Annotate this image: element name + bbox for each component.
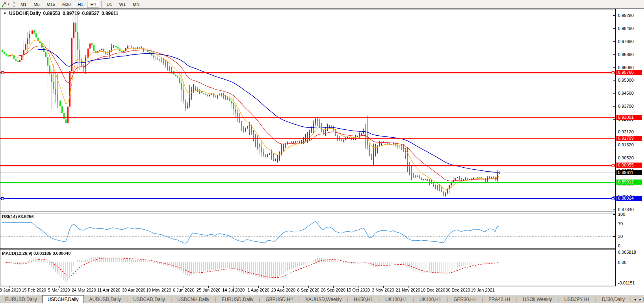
tab-audusd-daily[interactable]: AUDUSD,Daily — [84, 295, 126, 303]
price-tick-label: 0.92120 — [618, 129, 634, 135]
price-chart-canvas[interactable] — [0, 9, 616, 288]
timeframe-button-m15[interactable]: M15 — [44, 1, 58, 8]
current-price-label: 0.89611 — [616, 170, 642, 175]
rsi-label: RSI(14) 63.5256 — [2, 214, 34, 219]
price-tick-label: 0.94500 — [618, 91, 634, 96]
hline-price-label: 0.88024 — [616, 196, 642, 201]
macd-tick-label: 0.00 — [618, 260, 626, 265]
price-tick-label: 0.96880 — [618, 52, 634, 57]
tab-uk100-h1[interactable]: UK100,H1 — [380, 295, 412, 303]
price-tick-label: 0.91320 — [618, 142, 634, 148]
ohlc-open: 0.89553 — [43, 11, 60, 16]
rsi-tick-label: 70 — [618, 221, 623, 226]
chart-tabs-bar: EURUSD,DailyUSDCHF,DailyAUDUSD,Daily|USD… — [0, 295, 644, 303]
rsi-tick-label: 30 — [618, 234, 623, 239]
hline-price-label: 0.90055 — [616, 163, 642, 168]
chart-tabs: EURUSD,DailyUSDCHF,DailyAUDUSD,Daily|USD… — [0, 295, 644, 303]
cursor-crosshair-icon — [2, 2, 7, 7]
top-toolbar: ▾ M1M5M15M30H1H4D1W1MN — [0, 0, 644, 9]
tab-eurusd-daily[interactable]: EURUSD,Daily — [0, 295, 42, 303]
tab-hk50-h1[interactable]: HK50,H1 — [349, 295, 378, 303]
tab-usdchf-daily[interactable]: USDCHF,Daily — [42, 295, 84, 303]
cursor-tool-button[interactable]: ▾ — [0, 1, 11, 7]
timeframe-button-m1[interactable]: M1 — [17, 1, 30, 8]
tab-ger30-h1[interactable]: GER30,H1 — [448, 295, 481, 303]
chart-symbol-label: USDCHF,Daily — [9, 11, 41, 16]
tab-dj30-daily[interactable]: DJ30,Daily — [597, 295, 630, 303]
toolbar-separator — [101, 1, 102, 7]
hline-price-label: 0.91709 — [616, 136, 642, 141]
tab-scroll-right-icon[interactable]: ▸ — [639, 297, 641, 301]
price-tick-label: 0.90520 — [618, 155, 634, 161]
timeframe-button-m30[interactable]: M30 — [59, 1, 74, 8]
timeframe-button-w1[interactable]: W1 — [116, 1, 129, 8]
chart-title: ▼ USDCHF,Daily 0.89553 0.89719 0.89527 0… — [3, 11, 119, 16]
toolbar-grip[interactable] — [13, 1, 15, 7]
dropdown-arrow-icon: ▾ — [8, 2, 9, 6]
symbol-dropdown-icon[interactable]: ▼ — [3, 11, 7, 15]
macd-tick-label: -0.01151 — [618, 281, 635, 286]
timeframe-button-h4[interactable]: H4 — [87, 1, 99, 8]
macd-label: MACD(12,26,9) 0.001185 0.000040 — [2, 251, 71, 256]
macd-tick-label: 0.005818 — [618, 250, 636, 255]
timeframe-button-d1[interactable]: D1 — [104, 1, 115, 8]
tab-gbpusd-h4[interactable]: GBPUSD,H4 — [260, 295, 298, 303]
tab-usdcnh-daily[interactable]: USDCNH,Daily — [172, 295, 214, 303]
chart-window: ▼ USDCHF,Daily 0.89553 0.89719 0.89527 0… — [0, 9, 644, 303]
hline-price-label: 0.89012 — [616, 180, 642, 185]
price-tick-label: 0.93700 — [618, 104, 634, 109]
tab-usoil-weekly[interactable]: USOil,Weekly — [518, 295, 557, 303]
price-tick-label: 0.97680 — [618, 39, 634, 44]
rsi-tick-label: 0 — [618, 243, 620, 249]
timeframe-button-m5[interactable]: M5 — [30, 1, 43, 8]
date-tick-label: 19 Jan 2021 — [465, 288, 501, 292]
tab-usdjpy-h1[interactable]: USDJPY,H1 — [559, 295, 594, 303]
price-tick-label: 0.98480 — [618, 26, 634, 31]
ohlc-low: 0.89527 — [82, 11, 99, 16]
timeframe-button-mn[interactable]: MN — [130, 1, 143, 8]
trading-platform: ▾ M1M5M15M30H1H4D1W1MN ▼ USDCHF,Daily 0.… — [0, 0, 644, 303]
price-tick-label: 0.95300 — [618, 78, 634, 83]
hline-price-label: 0.95766 — [616, 70, 642, 75]
tab-uk100-h1[interactable]: UK100,H1 — [414, 295, 446, 303]
tab-scroll-left-icon[interactable]: ◂ — [634, 297, 636, 301]
price-tick-label: 0.99280 — [618, 13, 634, 18]
ohlc-close: 0.89611 — [102, 11, 119, 16]
ohlc-high: 0.89719 — [63, 11, 80, 16]
tab-usdcad-daily[interactable]: USDCAD,Daily — [128, 295, 170, 303]
tab-xauusd-weekly[interactable]: XAUUSD,Weekly — [300, 295, 347, 303]
rsi-tick-label: 100 — [618, 212, 625, 217]
tab-eurusd-daily[interactable]: EURUSD,Daily — [216, 295, 258, 303]
timeframe-toolbar: M1M5M15M30H1H4D1W1MN — [17, 1, 143, 8]
tab-scroll-nav: ◂ ▸ — [631, 295, 643, 303]
timeframe-button-h1[interactable]: H1 — [74, 1, 86, 8]
hline-price-label: 0.93001 — [616, 115, 642, 120]
tab-fra40-h1[interactable]: FRA40,H1 — [483, 295, 516, 303]
